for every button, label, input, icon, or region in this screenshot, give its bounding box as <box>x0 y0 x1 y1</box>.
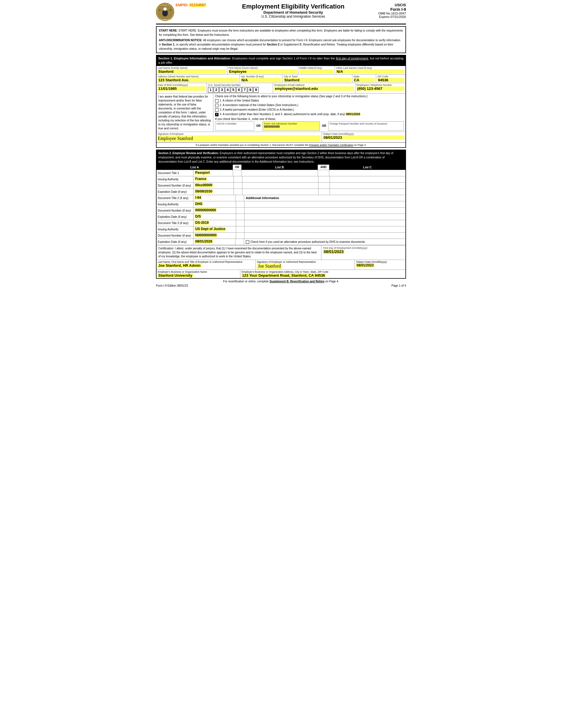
apt-value: N/A <box>241 78 281 82</box>
uscis-a-value <box>217 125 253 130</box>
supplement-b-link[interactable]: Supplement B, Reverification and Rehire <box>270 280 324 283</box>
phone-value: (650) 123-4567 <box>356 86 404 91</box>
awareness-right: Check one of the following boxes to atte… <box>214 94 405 132</box>
section1-title: Section 1. Employee Information and Atte… <box>157 55 405 66</box>
issuing-auth1-row: Issuing Authority France <box>157 176 405 183</box>
doc-num1-label: Document Number (if any) <box>157 183 194 189</box>
footer-note: For reverification or rehire, complete S… <box>156 280 406 283</box>
issuing-auth3-value: US Dept of Justice <box>194 226 236 232</box>
issuing-auth3-row: Issuing Authority US Dept of Justice <box>157 226 405 233</box>
alt-proc-row: Check here if you used an alternative pr… <box>244 239 405 245</box>
list-bc-area4 <box>245 214 405 220</box>
state-value: CA <box>353 78 375 82</box>
exp-date3-row: Expiration Date (if any) 08/01/2026 Chec… <box>157 239 405 245</box>
start-here-notice: START HERE: START HERE: Employers must e… <box>159 28 403 37</box>
or-label2: OR <box>321 121 327 131</box>
email-cell: Employee's Email Address employee@stanfo… <box>273 83 355 93</box>
or-spacer11 <box>236 233 245 239</box>
first-name-cell: First Name (Given Name) Employee <box>227 66 298 74</box>
checkbox1 <box>215 99 219 103</box>
last-name-label: Last Name (Family Name) <box>158 67 226 69</box>
exp-date2-row: Expiration Date (if any) D/S <box>157 214 405 220</box>
employer-sig-image: Joe Stanford <box>257 263 282 269</box>
list-c-issuing1 <box>330 176 405 182</box>
phone-cell: Employee's Telephone Number (650) 123-45… <box>355 83 405 93</box>
empid-label: EMPID: 01234567 <box>176 3 206 7</box>
dob-label: Date of Birth (mm/dd/yyyy) <box>158 84 206 86</box>
preparer-note: If a preparer and/or translator assisted… <box>157 142 405 147</box>
issuing-auth1-value: France <box>194 176 234 182</box>
doc-num2-row: Document Number (if any) 00000000000 <box>157 208 405 214</box>
ssn-digit-2: 2 <box>214 87 219 93</box>
doc-num1-value: 00xx00000 <box>194 183 234 189</box>
other-names-cell: Other Last Names Used (if any) N/A <box>335 66 405 74</box>
email-value: employee@stanford.edu <box>274 86 354 91</box>
or-spacer9 <box>236 220 245 226</box>
first-day-label: First Day of Employment (mm/dd/yyyy): <box>323 247 404 249</box>
org-address-cell: Employer's Business or Organization Addr… <box>241 270 405 278</box>
uscis-a-field: USCIS A-Number <box>215 121 254 131</box>
page-number: Page 1 of 4 <box>391 284 406 287</box>
doc-num3-label: Document Number (if any) <box>157 233 194 239</box>
dob-cell: Date of Birth (mm/dd/yyyy) 11/01/1985 <box>157 83 207 93</box>
i94-label: Form I-94 Admission Number <box>264 122 318 125</box>
form-subtitle2: U.S. Citizenship and Immigration Service… <box>208 15 378 18</box>
alt-proc-checkbox <box>246 240 249 244</box>
and-spacer4 <box>318 189 330 195</box>
omb-number: OMB No.1615-0047 <box>378 12 406 15</box>
list-bc-area6 <box>245 226 405 232</box>
and-spacer3 <box>318 183 330 189</box>
sig-label: Signature of Employee <box>158 133 320 135</box>
city-cell: City or Town Stanford <box>282 75 352 83</box>
or-spacer7 <box>236 208 245 214</box>
middle-initial-label: Middle Initial (if any) <box>299 67 333 69</box>
alt-proc-text: Check here if you used an alternative pr… <box>250 240 366 243</box>
header-center: Employment Eligibility Verification Depa… <box>208 3 378 18</box>
section2-wrapper: Section 2. Employer Review and Verificat… <box>156 150 406 279</box>
or-spacer3 <box>234 183 243 189</box>
exp-date2-label: Expiration Date (if any) <box>157 214 194 220</box>
page-footer: Form I-9 Edition 08/01/23 Page 1 of 4 <box>156 284 406 287</box>
anti-discrimination-notice: ANTI-DISCRIMINATION NOTICE: All employee… <box>159 38 403 51</box>
or-spacer2 <box>234 176 243 182</box>
form-title: Employment Eligibility Verification <box>208 3 378 10</box>
list-bc-area5 <box>245 220 405 226</box>
doc-num3-row: Document Number (if any) N0000000000 <box>157 233 405 239</box>
employer-name-value: Joe Stanford, HR Admin <box>158 263 201 268</box>
apt-cell: Apt. Number (if any) N/A <box>240 75 283 83</box>
item4-note: If you check Item Number 4., enter one o… <box>215 117 404 121</box>
passport-value <box>329 125 402 130</box>
employer-name-label: Last Name, First Name and Title of Emplo… <box>158 260 254 263</box>
checkbox3 <box>215 108 219 112</box>
city-label: City or Town <box>283 75 350 78</box>
first-name-value: Employee <box>229 69 296 74</box>
preparer-link[interactable]: Preparer and/or Translator Certification <box>309 144 353 146</box>
doc-title3-value: DS-2019 <box>194 220 236 226</box>
list-bc-area3 <box>245 208 405 214</box>
employer-name-row: Last Name, First Name and Title of Emplo… <box>157 260 405 270</box>
or-spacer10 <box>236 226 245 232</box>
last-name-value: Stanford <box>158 69 226 74</box>
sig-date-value: 08/01/2023 <box>323 135 404 140</box>
issuing-auth1-label: Issuing Authority <box>157 176 194 182</box>
cert-row: Certification: I attest, under penalty o… <box>157 245 405 260</box>
employer-sig-cell: Signature of Employer or Authorized Repr… <box>256 260 355 270</box>
checkbox4-date: 08/01/2026 <box>346 113 360 116</box>
address-cell: Address (Street Number and Name) 123 Sta… <box>157 75 240 83</box>
ssn-cell: U.S. Social Security Number 1 2 3 4 5 6 … <box>207 83 273 93</box>
doc-title1-label: Document Title 1 <box>157 170 194 176</box>
header-right: USCIS Form I-9 OMB No.1615-0047 Expires … <box>378 3 406 18</box>
list-b-doc1 <box>242 170 318 176</box>
first-name-label: First Name (Given Name) <box>229 67 296 69</box>
employer-date-label: Today's Date (mm/dd/yyyy) <box>356 260 404 263</box>
employer-date-cell: Today's Date (mm/dd/yyyy) 08/01/2023 <box>355 260 405 270</box>
list-c-doc1 <box>329 170 405 176</box>
other-names-value: N/A <box>336 69 404 74</box>
passport-label: Foreign Passport Number and Country of I… <box>329 122 402 125</box>
dob-row: Date of Birth (mm/dd/yyyy) 11/01/1985 U.… <box>157 83 405 94</box>
email-label: Employee's Email Address <box>274 84 354 86</box>
list-a-header: List A <box>157 165 233 170</box>
checkbox2-row: 2. A noncitizen national of the United S… <box>215 104 404 107</box>
sig-cell: Signature of Employee Employee Stanford <box>157 132 322 142</box>
org-name-cell: Employer's Business or Organization Name… <box>157 270 241 278</box>
